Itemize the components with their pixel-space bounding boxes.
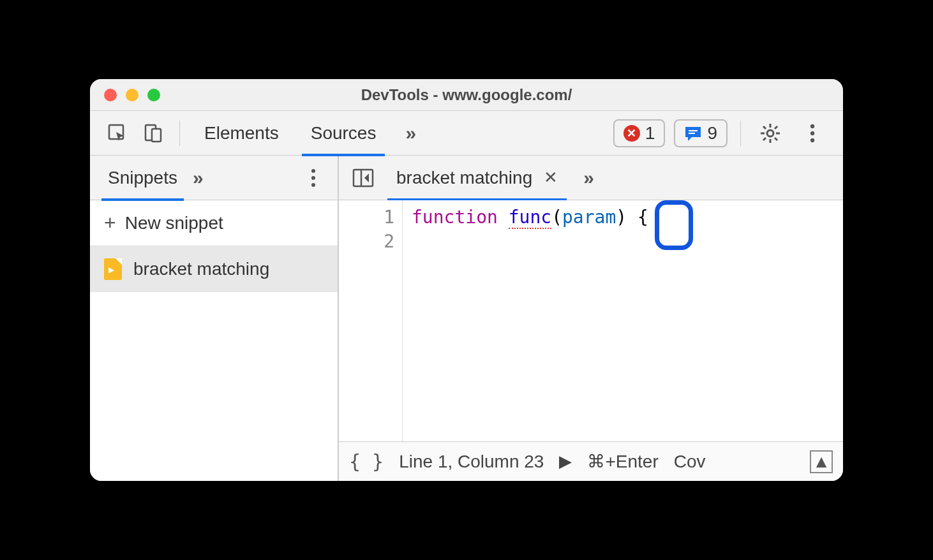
plus-icon: +: [104, 211, 116, 235]
divider: [179, 121, 180, 146]
annotation-highlight-ring: [655, 200, 693, 250]
divider: [740, 121, 741, 146]
svg-point-17: [311, 169, 315, 173]
errors-badge[interactable]: ✕ 1: [613, 119, 666, 147]
svg-line-13: [763, 138, 766, 140]
token-brace: {: [638, 207, 648, 228]
body: Snippets » + New snippet bracket matchin…: [90, 156, 843, 481]
svg-point-14: [810, 124, 814, 128]
run-shortcut-label: ⌘+Enter: [587, 451, 658, 472]
device-toggle-icon[interactable]: [137, 117, 169, 149]
run-snippet-icon[interactable]: ▶: [559, 452, 572, 471]
line-number: 2: [339, 230, 394, 254]
svg-line-11: [775, 138, 777, 140]
errors-count: 1: [645, 123, 655, 144]
editor-pane: bracket matching ✕ » 1 2 function func(p…: [339, 156, 843, 481]
file-tab-label: bracket matching: [396, 168, 532, 188]
navigator-toggle-icon[interactable]: [349, 164, 377, 192]
snippet-item-label: bracket matching: [133, 259, 269, 279]
code-content[interactable]: function func(param) {: [403, 200, 657, 441]
inspect-element-icon[interactable]: [101, 117, 133, 149]
tab-sources[interactable]: Sources: [297, 111, 391, 156]
svg-point-15: [810, 131, 814, 135]
maximize-window-button[interactable]: [147, 89, 160, 101]
editor-tabs-overflow-icon[interactable]: »: [572, 167, 606, 189]
token-function-name: func: [509, 207, 551, 229]
tabs-overflow-icon[interactable]: »: [394, 122, 428, 144]
svg-point-5: [767, 130, 773, 136]
token-space: [627, 207, 638, 228]
sidebar-tabs-overflow-icon[interactable]: »: [184, 167, 213, 189]
token-param: param: [562, 207, 616, 228]
editor-tabs: bracket matching ✕ »: [339, 156, 843, 200]
snippet-file-icon: [104, 258, 122, 280]
svg-point-19: [311, 183, 315, 187]
cursor-position: Line 1, Column 23: [399, 452, 544, 472]
token-paren: ): [616, 207, 627, 228]
coverage-label[interactable]: Cov: [674, 452, 706, 472]
settings-icon[interactable]: [755, 118, 786, 149]
snippet-item[interactable]: bracket matching: [90, 246, 338, 292]
token-paren: (: [551, 207, 562, 228]
window-title: DevTools - www.google.com/: [361, 86, 572, 104]
sidebar-tab-snippets[interactable]: Snippets: [101, 156, 184, 200]
statusbar: { } Line 1, Column 23 ▶ ⌘+Enter Cov ▲: [339, 441, 843, 481]
tab-elements[interactable]: Elements: [190, 111, 293, 156]
line-gutter: 1 2: [339, 200, 403, 441]
minimize-window-button[interactable]: [126, 89, 138, 101]
line-number: 1: [339, 205, 394, 230]
token-keyword: function: [412, 207, 498, 228]
messages-count: 9: [707, 123, 717, 144]
sidebar-more-icon[interactable]: [301, 165, 326, 191]
new-snippet-label: New snippet: [125, 213, 223, 233]
devtools-window: DevTools - www.google.com/ Elements Sour…: [90, 79, 843, 481]
svg-point-16: [810, 138, 814, 142]
sidebar-tabs: Snippets »: [90, 156, 338, 200]
drawer-toggle-icon[interactable]: ▲: [810, 450, 833, 473]
main-toolbar: Elements Sources » ✕ 1 9: [90, 111, 843, 156]
more-menu-icon[interactable]: [797, 118, 828, 149]
svg-rect-20: [354, 170, 373, 186]
messages-badge[interactable]: 9: [674, 119, 728, 147]
error-icon: ✕: [623, 125, 640, 142]
pretty-print-icon[interactable]: { }: [349, 450, 384, 473]
code-editor[interactable]: 1 2 function func(param) {: [339, 200, 843, 441]
svg-line-10: [763, 126, 766, 129]
close-tab-icon[interactable]: ✕: [544, 168, 558, 188]
svg-point-18: [311, 176, 315, 180]
svg-line-12: [775, 126, 777, 129]
message-icon: [684, 126, 702, 141]
sidebar: Snippets » + New snippet bracket matchin…: [90, 156, 339, 481]
titlebar: DevTools - www.google.com/: [90, 79, 843, 111]
code-line: function func(param) {: [412, 205, 648, 230]
traffic-lights: [104, 89, 160, 101]
svg-rect-2: [152, 129, 161, 142]
file-tab[interactable]: bracket matching ✕: [387, 156, 567, 200]
close-window-button[interactable]: [104, 89, 117, 101]
new-snippet-button[interactable]: + New snippet: [90, 200, 338, 246]
